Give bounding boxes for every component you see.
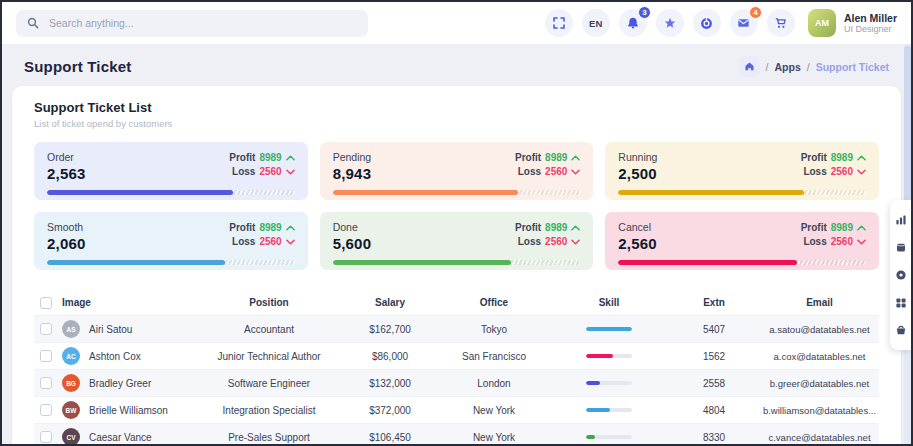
column-header-skill: Skill — [550, 297, 668, 308]
user-role: UI Designer — [844, 24, 897, 35]
skill-bar — [586, 435, 632, 439]
progress-track — [618, 260, 866, 265]
office-cell: London — [438, 378, 550, 389]
select-all-checkbox[interactable] — [40, 297, 52, 309]
row-checkbox[interactable] — [40, 404, 52, 416]
progress-track — [333, 190, 581, 195]
employee-name: Airi Satou — [89, 324, 132, 335]
employee-name: Ashton Cox — [89, 351, 141, 362]
stat-value: 8,943 — [333, 165, 372, 182]
stat-label: Order — [47, 151, 86, 163]
caret-down-icon — [857, 239, 866, 245]
salary-cell: $132,000 — [342, 378, 438, 389]
email-cell: b.greer@datatables.net — [760, 378, 879, 389]
search-input[interactable] — [47, 16, 357, 30]
avatar: BW — [62, 401, 80, 419]
table-row: ASAiri Satou Accountant $162,700 Tokyo 5… — [34, 316, 879, 343]
loss-label: Loss — [232, 165, 255, 179]
fullscreen-button[interactable] — [545, 9, 573, 37]
row-checkbox[interactable] — [40, 431, 52, 443]
notifications-button[interactable]: 3 — [619, 9, 647, 37]
disc-icon[interactable] — [895, 269, 907, 281]
scrollbar-thumb[interactable] — [904, 46, 911, 216]
progress-track — [618, 190, 866, 195]
favorites-button[interactable] — [656, 9, 684, 37]
caret-down-icon — [286, 239, 295, 245]
stat-value: 2,060 — [47, 235, 86, 252]
breadcrumb-apps-link[interactable]: Apps — [775, 61, 801, 73]
messages-button[interactable]: 4 — [730, 9, 758, 37]
skill-bar-fill — [586, 354, 613, 358]
skill-bar-fill — [586, 327, 632, 331]
skill-bar-fill — [586, 435, 595, 439]
stat-label: Done — [333, 221, 372, 233]
stats-grid: Order 2,563 Profit8989 Loss2560 Pending … — [34, 142, 879, 270]
profit-value: 8989 — [831, 151, 853, 165]
caret-up-icon — [286, 225, 295, 231]
drum-icon[interactable] — [895, 241, 907, 253]
employee-name: Caesar Vance — [89, 432, 152, 443]
email-cell: a.cox@datatables.net — [760, 351, 879, 362]
basket-icon[interactable] — [895, 324, 907, 336]
profit-value: 8989 — [259, 221, 281, 235]
app-window: EN 3 4 AM Alen Miller — [0, 0, 913, 446]
avatar: AS — [62, 320, 80, 338]
caret-down-icon — [286, 169, 295, 175]
breadcrumb-separator: / — [807, 61, 810, 73]
progress-fill — [333, 260, 511, 265]
side-switcher-panel — [890, 200, 911, 350]
grid-icon[interactable] — [895, 297, 907, 309]
position-cell: Accountant — [196, 324, 342, 335]
caret-up-icon — [857, 225, 866, 231]
caret-up-icon — [286, 155, 295, 161]
profit-label: Profit — [801, 151, 827, 165]
column-header-email: Email — [760, 297, 879, 308]
office-cell: San Francisco — [438, 351, 550, 362]
user-profile[interactable]: AM Alen Miller UI Designer — [808, 9, 897, 37]
stat-label: Pending — [333, 151, 372, 163]
table-row: BWBrielle Williamson Integration Special… — [34, 397, 879, 424]
profit-value: 8989 — [545, 151, 567, 165]
profit-label: Profit — [515, 151, 541, 165]
notifications-badge: 3 — [638, 6, 651, 19]
loss-value: 2560 — [259, 235, 281, 249]
loss-value: 2560 — [259, 165, 281, 179]
stat-label: Smooth — [47, 221, 86, 233]
search-icon — [27, 17, 39, 29]
extn-cell: 4804 — [668, 405, 760, 416]
progress-track — [333, 260, 581, 265]
row-checkbox[interactable] — [40, 350, 52, 362]
caret-up-icon — [571, 155, 580, 161]
star-icon — [664, 17, 676, 29]
user-name: Alen Miller — [844, 12, 897, 24]
breadcrumb-home-button[interactable] — [739, 56, 760, 77]
stat-label: Running — [618, 151, 657, 163]
loss-value: 2560 — [831, 165, 853, 179]
language-button[interactable]: EN — [582, 9, 610, 37]
loss-label: Loss — [232, 235, 255, 249]
page-title: Support Ticket — [24, 58, 132, 75]
column-header-extn: Extn — [668, 297, 760, 308]
loss-label: Loss — [518, 235, 541, 249]
loss-label: Loss — [803, 235, 826, 249]
employee-name: Bradley Greer — [89, 378, 151, 389]
cart-button[interactable] — [767, 9, 795, 37]
progress-track — [47, 260, 295, 265]
row-checkbox[interactable] — [40, 323, 52, 335]
extn-cell: 5407 — [668, 324, 760, 335]
timer-button[interactable] — [693, 9, 721, 37]
column-header-image: Image — [62, 297, 196, 308]
page-header: Support Ticket / Apps / Support Ticket — [2, 44, 911, 83]
stat-value: 2,560 — [618, 235, 657, 252]
stat-card-done: Done 5,600 Profit8989 Loss2560 — [320, 212, 594, 270]
column-header-position: Position — [196, 297, 342, 308]
skill-bar — [586, 327, 632, 331]
bar-chart-icon[interactable] — [895, 214, 907, 226]
language-label: EN — [589, 18, 603, 29]
salary-cell: $372,000 — [342, 405, 438, 416]
skill-bar-fill — [586, 408, 610, 412]
stat-card-pending: Pending 8,943 Profit8989 Loss2560 — [320, 142, 594, 200]
profit-value: 8989 — [831, 221, 853, 235]
row-checkbox[interactable] — [40, 377, 52, 389]
email-cell: a.satou@datatables.net — [760, 324, 879, 335]
